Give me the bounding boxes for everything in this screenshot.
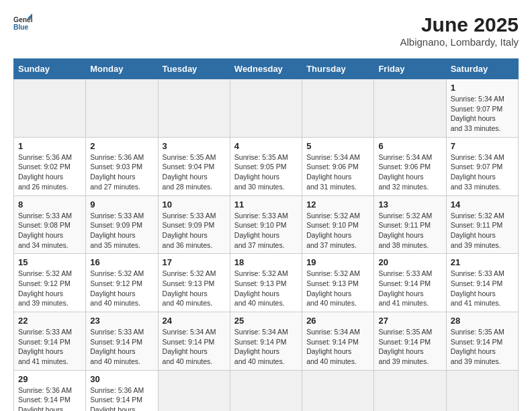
day-info: Sunrise: 5:36 AM Sunset: 9:03 PM Dayligh… [90, 152, 153, 192]
day-info: Sunrise: 5:32 AM Sunset: 9:13 PM Dayligh… [163, 269, 226, 308]
day-info: Sunrise: 5:34 AM Sunset: 9:07 PM Dayligh… [451, 152, 514, 192]
day-number: 22 [18, 316, 81, 326]
day-info: Sunrise: 5:33 AM Sunset: 9:10 PM Dayligh… [234, 211, 298, 250]
day-info: Sunrise: 5:34 AM Sunset: 9:14 PM Dayligh… [234, 327, 298, 367]
day-number: 25 [234, 316, 298, 326]
day-number: 5 [306, 141, 369, 151]
svg-text:Blue: Blue [13, 24, 29, 31]
calendar-cell: 5 Sunrise: 5:34 AM Sunset: 9:06 PM Dayli… [302, 137, 374, 195]
calendar-cell [374, 79, 446, 138]
day-number: 12 [306, 199, 369, 210]
calendar-cell [158, 370, 230, 411]
calendar-cell: 17 Sunrise: 5:32 AM Sunset: 9:13 PM Dayl… [158, 254, 230, 312]
calendar-table: SundayMondayTuesdayWednesdayThursdayFrid… [13, 58, 519, 411]
day-info: Sunrise: 5:33 AM Sunset: 9:08 PM Dayligh… [18, 211, 81, 250]
day-number: 9 [90, 199, 153, 210]
day-info: Sunrise: 5:33 AM Sunset: 9:14 PM Dayligh… [378, 269, 441, 308]
day-number: 1 [18, 141, 81, 151]
day-info: Sunrise: 5:34 AM Sunset: 9:14 PM Dayligh… [306, 327, 369, 367]
day-info: Sunrise: 5:32 AM Sunset: 9:10 PM Dayligh… [306, 211, 369, 250]
day-number: 1 [451, 83, 514, 93]
weekday-header: Saturday [446, 59, 518, 79]
weekday-header: Friday [374, 59, 446, 79]
calendar-cell [14, 79, 86, 138]
day-number: 23 [90, 316, 153, 326]
day-info: Sunrise: 5:35 AM Sunset: 9:14 PM Dayligh… [451, 327, 514, 367]
calendar-cell: 2 Sunrise: 5:36 AM Sunset: 9:03 PM Dayli… [86, 137, 158, 195]
day-info: Sunrise: 5:32 AM Sunset: 9:12 PM Dayligh… [90, 269, 153, 308]
calendar-cell: 9 Sunrise: 5:33 AM Sunset: 9:09 PM Dayli… [86, 195, 158, 254]
calendar-cell: 16 Sunrise: 5:32 AM Sunset: 9:12 PM Dayl… [86, 254, 158, 312]
calendar-cell: 15 Sunrise: 5:32 AM Sunset: 9:12 PM Dayl… [14, 254, 86, 312]
calendar-cell: 7 Sunrise: 5:34 AM Sunset: 9:07 PM Dayli… [446, 137, 518, 195]
day-number: 27 [378, 316, 441, 326]
day-info: Sunrise: 5:35 AM Sunset: 9:14 PM Dayligh… [378, 327, 441, 367]
weekday-header: Sunday [14, 59, 86, 79]
calendar-cell: 4 Sunrise: 5:35 AM Sunset: 9:05 PM Dayli… [230, 137, 302, 195]
calendar-cell: 14 Sunrise: 5:32 AM Sunset: 9:11 PM Dayl… [446, 195, 518, 254]
calendar-week-row: 22 Sunrise: 5:33 AM Sunset: 9:14 PM Dayl… [14, 312, 519, 371]
calendar-cell: 26 Sunrise: 5:34 AM Sunset: 9:14 PM Dayl… [302, 312, 374, 371]
calendar-cell [86, 79, 158, 138]
day-number: 13 [378, 199, 441, 210]
day-info: Sunrise: 5:33 AM Sunset: 9:14 PM Dayligh… [90, 327, 153, 367]
calendar-cell: 30 Sunrise: 5:36 AM Sunset: 9:14 PM Dayl… [86, 370, 158, 411]
page-subtitle: Albignano, Lombardy, Italy [400, 36, 519, 48]
calendar-cell: 28 Sunrise: 5:35 AM Sunset: 9:14 PM Dayl… [446, 312, 518, 371]
calendar-cell: 21 Sunrise: 5:33 AM Sunset: 9:14 PM Dayl… [446, 254, 518, 312]
day-info: Sunrise: 5:34 AM Sunset: 9:07 PM Dayligh… [451, 94, 514, 134]
day-info: Sunrise: 5:34 AM Sunset: 9:06 PM Dayligh… [306, 152, 369, 192]
calendar-cell: 1 Sunrise: 5:36 AM Sunset: 9:02 PM Dayli… [14, 137, 86, 195]
calendar-week-row: 1 Sunrise: 5:34 AM Sunset: 9:07 PM Dayli… [14, 79, 519, 138]
day-number: 4 [234, 141, 298, 151]
calendar-cell [230, 370, 302, 411]
day-info: Sunrise: 5:32 AM Sunset: 9:12 PM Dayligh… [18, 269, 81, 308]
calendar-week-row: 29 Sunrise: 5:36 AM Sunset: 9:14 PM Dayl… [14, 370, 519, 411]
day-number: 6 [378, 141, 441, 151]
calendar-cell: 8 Sunrise: 5:33 AM Sunset: 9:08 PM Dayli… [14, 195, 86, 254]
day-number: 29 [18, 374, 81, 384]
day-number: 10 [163, 199, 226, 210]
logo-icon: General Blue [13, 13, 32, 32]
day-number: 24 [163, 316, 226, 326]
calendar-cell: 24 Sunrise: 5:34 AM Sunset: 9:14 PM Dayl… [158, 312, 230, 371]
weekday-header: Monday [86, 59, 158, 79]
day-number: 16 [90, 257, 153, 267]
calendar-week-row: 15 Sunrise: 5:32 AM Sunset: 9:12 PM Dayl… [14, 254, 519, 312]
day-number: 20 [378, 257, 441, 267]
calendar-week-row: 8 Sunrise: 5:33 AM Sunset: 9:08 PM Dayli… [14, 195, 519, 254]
day-info: Sunrise: 5:34 AM Sunset: 9:14 PM Dayligh… [163, 327, 226, 367]
day-info: Sunrise: 5:35 AM Sunset: 9:05 PM Dayligh… [234, 152, 298, 192]
day-info: Sunrise: 5:32 AM Sunset: 9:11 PM Dayligh… [378, 211, 441, 250]
day-info: Sunrise: 5:32 AM Sunset: 9:13 PM Dayligh… [234, 269, 298, 308]
calendar-cell: 18 Sunrise: 5:32 AM Sunset: 9:13 PM Dayl… [230, 254, 302, 312]
weekday-header: Wednesday [230, 59, 302, 79]
day-info: Sunrise: 5:33 AM Sunset: 9:14 PM Dayligh… [18, 327, 81, 367]
day-info: Sunrise: 5:33 AM Sunset: 9:14 PM Dayligh… [451, 269, 514, 308]
day-info: Sunrise: 5:36 AM Sunset: 9:02 PM Dayligh… [18, 152, 81, 192]
calendar-cell: 13 Sunrise: 5:32 AM Sunset: 9:11 PM Dayl… [374, 195, 446, 254]
calendar-cell [374, 370, 446, 411]
day-number: 3 [163, 141, 226, 151]
day-number: 17 [163, 257, 226, 267]
day-info: Sunrise: 5:36 AM Sunset: 9:14 PM Dayligh… [18, 385, 81, 411]
calendar-cell [158, 79, 230, 138]
day-number: 14 [451, 199, 514, 210]
day-number: 30 [90, 374, 153, 384]
calendar-cell [302, 370, 374, 411]
title-block: June 2025 Albignano, Lombardy, Italy [400, 13, 519, 48]
calendar-cell [230, 79, 302, 138]
day-info: Sunrise: 5:32 AM Sunset: 9:11 PM Dayligh… [451, 211, 514, 250]
day-number: 7 [451, 141, 514, 151]
calendar-week-row: 1 Sunrise: 5:36 AM Sunset: 9:02 PM Dayli… [14, 137, 519, 195]
day-number: 2 [90, 141, 153, 151]
calendar-cell: 19 Sunrise: 5:32 AM Sunset: 9:13 PM Dayl… [302, 254, 374, 312]
day-info: Sunrise: 5:32 AM Sunset: 9:13 PM Dayligh… [306, 269, 369, 308]
calendar-cell: 25 Sunrise: 5:34 AM Sunset: 9:14 PM Dayl… [230, 312, 302, 371]
day-number: 15 [18, 257, 81, 267]
calendar-cell: 1 Sunrise: 5:34 AM Sunset: 9:07 PM Dayli… [446, 79, 518, 138]
calendar-cell: 23 Sunrise: 5:33 AM Sunset: 9:14 PM Dayl… [86, 312, 158, 371]
calendar-cell: 27 Sunrise: 5:35 AM Sunset: 9:14 PM Dayl… [374, 312, 446, 371]
day-info: Sunrise: 5:33 AM Sunset: 9:09 PM Dayligh… [163, 211, 226, 250]
day-info: Sunrise: 5:33 AM Sunset: 9:09 PM Dayligh… [90, 211, 153, 250]
